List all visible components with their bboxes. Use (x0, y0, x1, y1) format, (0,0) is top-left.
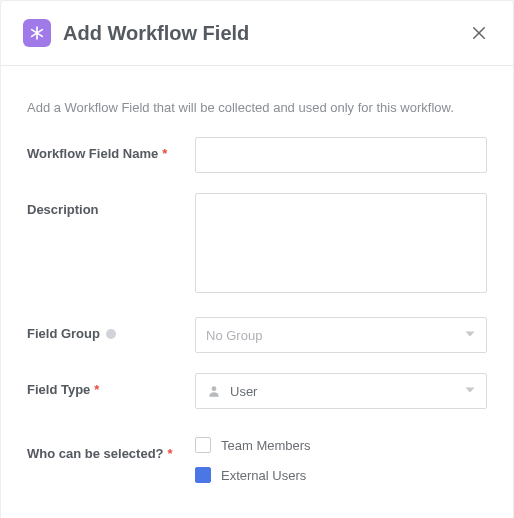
required-mark: * (162, 146, 167, 161)
row-group: Field Group No Group (27, 317, 487, 353)
row-type: Field Type* User (27, 373, 487, 409)
team-members-label: Team Members (221, 438, 311, 453)
team-members-checkbox[interactable] (195, 437, 211, 453)
chevron-down-icon (464, 382, 476, 400)
row-name: Workflow Field Name* (27, 137, 487, 173)
row-description: Description (27, 193, 487, 297)
label-group-text: Field Group (27, 326, 100, 341)
modal-title: Add Workflow Field (63, 22, 467, 45)
intro-text: Add a Workflow Field that will be collec… (27, 100, 487, 115)
label-group: Field Group (27, 317, 195, 341)
external-users-label: External Users (221, 468, 306, 483)
label-who-text: Who can be selected? (27, 446, 164, 461)
row-who: Who can be selected?* Team Members Exter… (27, 437, 487, 497)
group-info-dot-icon (106, 329, 116, 339)
label-who: Who can be selected?* (27, 437, 195, 461)
modal-header: Add Workflow Field (1, 1, 513, 66)
asterisk-icon (23, 19, 51, 47)
external-users-checkbox[interactable] (195, 467, 211, 483)
field-group-select[interactable]: No Group (195, 317, 487, 353)
description-textarea[interactable] (195, 193, 487, 293)
chevron-down-icon (464, 326, 476, 344)
label-name-text: Workflow Field Name (27, 146, 158, 161)
field-type-selected: User (230, 384, 464, 399)
add-workflow-field-modal: Add Workflow Field Add a Workflow Field … (0, 0, 514, 518)
close-button[interactable] (467, 21, 491, 45)
label-type: Field Type* (27, 373, 195, 397)
required-mark: * (94, 382, 99, 397)
modal-body: Add a Workflow Field that will be collec… (1, 66, 513, 518)
label-description-text: Description (27, 202, 99, 217)
label-type-text: Field Type (27, 382, 90, 397)
workflow-field-name-input[interactable] (195, 137, 487, 173)
required-mark: * (168, 446, 173, 461)
svg-point-5 (212, 386, 217, 391)
label-name: Workflow Field Name* (27, 137, 195, 161)
who-option-external-users: External Users (195, 467, 487, 483)
field-group-selected: No Group (206, 328, 464, 343)
field-type-select[interactable]: User (195, 373, 487, 409)
user-icon (206, 383, 222, 399)
label-description: Description (27, 193, 195, 217)
who-option-team-members: Team Members (195, 437, 487, 453)
